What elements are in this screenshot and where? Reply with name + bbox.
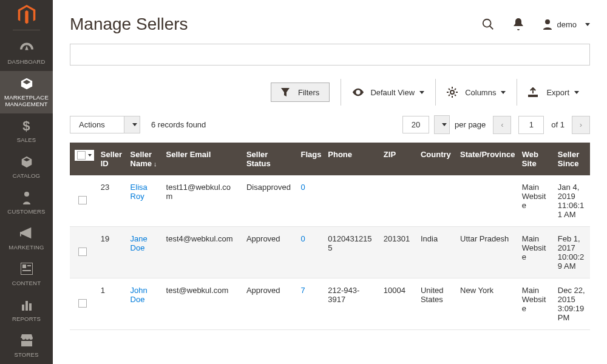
admin-sidebar: DASHBOARD MARKETPLACE MANAGEMENT $ SALES… [0,0,53,364]
search-icon[interactable] [481,18,495,31]
sidebar-item-label: MARKETPLACE MANAGEMENT [4,94,49,107]
cell-phone: 212-943-3917 [323,278,379,330]
header-actions: demo [481,18,590,31]
cell-state [455,175,517,227]
cell-website: Main Website [517,175,553,227]
svg-rect-12 [528,95,538,97]
user-icon [542,19,553,30]
sidebar-item-dashboard[interactable]: DASHBOARD [0,35,53,71]
actions-dropdown[interactable]: Actions [70,116,140,133]
seller-name-link[interactable]: Jane Doe [131,234,148,252]
per-page-label: per page [455,120,486,129]
column-seller-id[interactable]: Seller ID [96,143,126,175]
column-state[interactable]: State/Province [455,143,517,175]
cell-country: United States [416,278,455,330]
seller-name-link[interactable]: Elisa Roy [131,183,148,201]
notifications-icon[interactable] [512,18,525,31]
filters-label: Filters [298,88,319,97]
reports-icon [19,298,34,312]
flags-link[interactable]: 0 [300,234,305,243]
records-count: 6 records found [151,120,206,129]
page-title: Manage Sellers [70,15,188,34]
columns-button[interactable]: Columns [435,79,517,106]
actions-label: Actions [70,116,124,133]
sidebar-item-reports[interactable]: REPORTS [0,292,53,328]
cell-since: Jan 4, 2019 11:06:11 AM [553,175,590,227]
sidebar-item-catalog[interactable]: CATALOG [0,149,53,185]
user-menu[interactable]: demo [542,19,590,30]
column-checkbox[interactable] [70,143,96,175]
cell-id: 19 [96,227,126,278]
sales-icon: $ [19,120,34,133]
next-page-button[interactable]: › [572,116,590,134]
caret-down-icon [574,91,579,94]
cell-phone [323,175,379,227]
column-seller-email[interactable]: Seller Email [161,143,242,175]
flags-link[interactable]: 7 [300,286,305,295]
row-checkbox[interactable] [78,248,87,256]
view-switcher[interactable]: Default View [341,79,435,106]
prev-page-button[interactable]: ‹ [493,116,511,134]
cell-website: Main Website [517,278,553,330]
marketplace-icon [19,77,34,90]
svg-rect-3 [27,265,31,266]
grid-toolbar: Filters Default View Columns Export [70,79,590,106]
cell-country [416,175,455,227]
sidebar-item-sales[interactable]: $ SALES [0,113,53,149]
table-row[interactable]: 23 Elisa Roy test11@webkul.com Disapprov… [70,175,590,227]
table-row[interactable]: 19 Jane Doe test4@webkul.com Approved 0 … [70,227,590,278]
sidebar-item-label: CATALOG [13,172,40,179]
per-page-selector: 20 per page [402,115,486,134]
svg-point-8 [483,19,491,27]
sidebar-item-stores[interactable]: STORES [0,328,53,364]
export-button[interactable]: Export [517,79,590,106]
row-checkbox[interactable] [78,196,87,204]
select-all-checkbox[interactable] [77,151,86,160]
caret-down-icon [501,91,506,94]
caret-down-icon [419,91,424,94]
sidebar-item-content[interactable]: CONTENT [0,257,53,292]
divider [13,30,40,30]
column-phone[interactable]: Phone [323,143,379,175]
cell-website: Main Website [517,227,553,278]
cell-status: Approved [242,278,296,330]
per-page-value[interactable]: 20 [402,116,429,133]
magento-logo[interactable] [0,0,53,30]
cell-phone: 01204312155 [323,227,379,278]
cell-email: test4@webkul.com [161,227,242,278]
flags-link[interactable]: 0 [300,183,305,192]
svg-rect-7 [29,303,32,311]
row-checkbox[interactable] [78,299,87,308]
sidebar-item-label: CONTENT [12,280,41,286]
svg-rect-5 [22,305,24,311]
svg-line-9 [490,26,493,30]
stores-icon [19,334,34,348]
cell-status: Disapproved [242,175,296,227]
cell-zip [379,175,416,227]
column-seller-status[interactable]: Seller Status [242,143,296,175]
seller-name-link[interactable]: John Doe [131,286,148,304]
column-website[interactable]: Web Site [517,143,553,175]
sidebar-item-marketplace[interactable]: MARKETPLACE MANAGEMENT [0,71,53,113]
funnel-icon [281,87,293,97]
column-country[interactable]: Country [416,143,455,175]
sidebar-item-customers[interactable]: CUSTOMERS [0,185,53,221]
column-seller-since[interactable]: Seller Since [553,143,590,175]
current-page-input[interactable]: 1 [518,116,544,134]
filters-button[interactable]: Filters [260,79,341,106]
column-flags[interactable]: Flags [296,143,323,175]
actions-toggle[interactable] [124,116,140,133]
per-page-toggle[interactable] [434,115,450,134]
svg-point-0 [24,192,29,197]
column-zip[interactable]: ZIP [379,143,416,175]
message-area [70,44,590,66]
export-icon [528,87,540,97]
export-label: Export [546,88,569,97]
columns-label: Columns [465,88,496,97]
column-seller-name[interactable]: Seller Name↓ [126,143,161,175]
cell-id: 23 [96,175,126,227]
cell-country: India [416,227,455,278]
cell-email: test11@webkul.com [161,175,242,227]
sidebar-item-marketing[interactable]: MARKETING [0,221,53,257]
table-row[interactable]: 1 John Doe test@webkul.com Approved 7 21… [70,278,590,330]
